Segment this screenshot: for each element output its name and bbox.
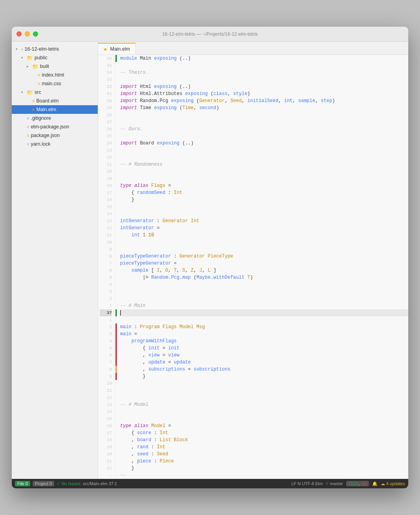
line-num: 20 xyxy=(100,451,112,458)
sidebar-item-gitignore[interactable]: ≡ .gitignore xyxy=(12,114,98,122)
line-num: 1 xyxy=(100,316,112,323)
close-button[interactable] xyxy=(16,31,22,37)
line-num: 1 xyxy=(100,302,112,309)
code-line xyxy=(120,380,408,387)
sidebar-item-label: 16-12-elm-tetris xyxy=(25,46,59,52)
code-line xyxy=(120,203,408,210)
line-num: 32 xyxy=(100,83,112,90)
diff-del: -26 xyxy=(361,481,367,486)
code-line xyxy=(120,147,408,154)
line-num: 2 xyxy=(100,295,112,302)
file-badge[interactable]: File 0 xyxy=(15,481,30,486)
code-line: { score : Int xyxy=(120,429,408,436)
sidebar-item-board-elm[interactable]: ≡ Board.elm xyxy=(12,97,98,105)
sidebar-item-root[interactable]: ▾ ▫ 16-12-elm-tetris xyxy=(12,45,98,53)
code-line: , rand : Int xyxy=(120,444,408,451)
line-num: 17 xyxy=(100,429,112,436)
minimize-button[interactable] xyxy=(25,31,30,37)
code-line xyxy=(120,295,408,302)
line-num: 9 xyxy=(100,246,112,253)
line-num: 35 xyxy=(100,62,112,69)
code-line: import Random.Pcg exposing (Generator, S… xyxy=(120,97,408,104)
code-line xyxy=(120,281,408,288)
code-line: intGenerator = xyxy=(120,225,408,232)
sidebar-item-yarn-lock[interactable]: ≡ yarn.lock xyxy=(12,140,98,148)
line-num: 14 xyxy=(100,408,112,415)
updates-badge[interactable]: ☁ 4 updates xyxy=(381,481,405,486)
sidebar-item-label: Main.elm xyxy=(36,107,56,112)
line-num: 11 xyxy=(100,387,112,394)
code-line: type alias Model = xyxy=(120,422,408,429)
sidebar-item-label: public xyxy=(35,55,47,60)
maximize-button[interactable] xyxy=(33,31,38,37)
sidebar-item-main-elm[interactable]: ≡ Main.elm xyxy=(12,105,98,114)
file-icon: ≡ xyxy=(27,142,29,146)
sidebar-item-elm-package-json[interactable]: ≡ elm-package.json xyxy=(12,122,98,131)
status-bar: File 0 Project 0 ✓ No Issues src/Main.el… xyxy=(12,479,408,488)
window-title: 16-12-elm-tetris — ~/Projects/16-12-elm-… xyxy=(162,31,258,37)
code-line: main : Program Flags Model Msg xyxy=(120,323,408,331)
line-num: 20 xyxy=(100,168,112,175)
code-line: { init = init xyxy=(120,345,408,352)
line-num: 17 xyxy=(100,189,112,196)
code-line xyxy=(120,246,408,253)
sidebar-item-package-json[interactable]: ≡ package.json xyxy=(12,131,98,140)
editor-container: ● Main.elm 36 35 34 33 32 31 30 29 28 27 xyxy=(98,42,408,479)
line-num: 7 xyxy=(100,260,112,267)
line-num: 22 xyxy=(100,465,112,472)
sidebar-item-built[interactable]: ▸ 📁 built xyxy=(12,62,98,71)
editor-body[interactable]: 36 35 34 33 32 31 30 29 28 27 26 25 24 2… xyxy=(98,55,408,479)
code-line: -- Ours. xyxy=(120,126,408,133)
sidebar-item-public[interactable]: ▾ 📁 public xyxy=(12,53,98,62)
line-num: 16 xyxy=(100,196,112,203)
line-num: 6 xyxy=(100,352,112,359)
status-right: LF N UTF-8 Elm ⑂ master +113, -26 🔔 ☁ 4 … xyxy=(291,481,405,486)
code-line xyxy=(120,394,408,401)
sidebar-item-src[interactable]: ▾ 📁 src xyxy=(12,88,98,97)
line-num: 4 xyxy=(100,281,112,288)
folder-icon: 📁 xyxy=(27,55,33,61)
chevron-right-icon: ▸ xyxy=(27,64,32,68)
line-num: 22 xyxy=(100,154,112,161)
code-line xyxy=(120,316,408,323)
code-line: , view = view xyxy=(120,352,408,359)
line-num: 5 xyxy=(100,345,112,352)
sidebar-item-index-html[interactable]: ≡ index.html xyxy=(12,71,98,79)
line-num: 13 xyxy=(100,401,112,408)
line-num: 21 xyxy=(100,161,112,168)
sidebar-item-label: package.json xyxy=(31,133,60,138)
code-line: import Html.Attributes exposing (class, … xyxy=(120,90,408,97)
line-num: 13 xyxy=(100,217,112,225)
file-icon: ≡ xyxy=(27,124,29,129)
sidebar-item-label: yarn.lock xyxy=(31,141,50,147)
line-num: 16 xyxy=(100,422,112,429)
bell-icon: 🔔 xyxy=(372,481,378,486)
code-line: pieceTypeGenerator : Generator PieceType xyxy=(120,253,408,260)
line-num: 25 xyxy=(100,133,112,140)
code-line: -- xyxy=(120,472,408,479)
line-num: 28 xyxy=(100,111,112,119)
code-line xyxy=(120,154,408,161)
main-content: ▾ ▫ 16-12-elm-tetris ▾ 📁 public ▸ 📁 buil… xyxy=(12,42,408,479)
code-line xyxy=(120,415,408,422)
file-icon: ≡ xyxy=(38,73,40,77)
editor-tab-main-elm[interactable]: ● Main.elm xyxy=(98,43,136,55)
code-line: type alias Flags = xyxy=(120,182,408,189)
chevron-down-icon: ▾ xyxy=(21,56,27,60)
line-num: 19 xyxy=(100,444,112,451)
sidebar: ▾ ▫ 16-12-elm-tetris ▾ 📁 public ▸ 📁 buil… xyxy=(12,42,98,479)
code-line: sample [ I, O, T, S, Z, J, L ] xyxy=(120,267,408,274)
line-num: 8 xyxy=(100,366,112,373)
editor-tab-bar: ● Main.elm xyxy=(98,42,408,55)
code-line xyxy=(120,288,408,295)
code-line xyxy=(120,239,408,246)
project-badge[interactable]: Project 0 xyxy=(33,481,54,486)
line-num: 15 xyxy=(100,203,112,210)
sidebar-item-main-css[interactable]: ≡ main.css xyxy=(12,79,98,88)
code-line: programWithFlags xyxy=(120,338,408,345)
line-num: 12 xyxy=(100,225,112,232)
line-num: -- xyxy=(100,472,112,479)
code-area[interactable]: module Main exposing (..) -- Theirs. imp… xyxy=(115,55,408,479)
sidebar-item-label: .gitignore xyxy=(31,115,51,121)
line-num: 29 xyxy=(100,104,112,111)
